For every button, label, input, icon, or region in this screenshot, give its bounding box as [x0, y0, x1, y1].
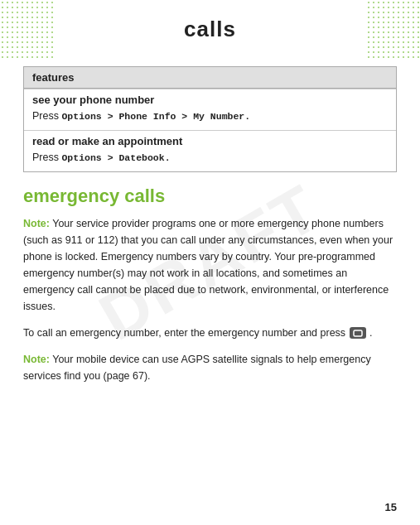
section-title-emergency: emergency calls	[23, 185, 397, 207]
svg-rect-0	[354, 330, 362, 336]
feature-body-1: Press Options > Phone Info > My Number.	[24, 108, 396, 130]
table-row: read or make an appointment Press Option…	[24, 130, 396, 171]
emergency-call-text-end: .	[369, 327, 372, 339]
table-header: features	[24, 67, 396, 89]
feature-body-2: Press Options > Datebook.	[24, 149, 396, 171]
page-number: 15	[385, 501, 397, 513]
table-row: see your phone number Press Options > Ph…	[24, 89, 396, 130]
feature-title-2: read or make an appointment	[24, 131, 396, 149]
emergency-call-text: To call an emergency number, enter the e…	[23, 327, 349, 339]
emergency-para-3: Note: Your mobile device can use AGPS sa…	[23, 351, 397, 384]
feature-title-1: see your phone number	[24, 89, 396, 108]
page-header: calls	[0, 0, 420, 58]
features-table: features see your phone number Press Opt…	[23, 66, 397, 172]
emergency-para-1: Note: Your service provider programs one…	[23, 215, 397, 315]
call-button-icon	[350, 327, 366, 339]
header-dot-pattern-left	[0, 0, 54, 58]
emergency-para-2: To call an emergency number, enter the e…	[23, 325, 397, 341]
note-label-1: Note:	[23, 218, 50, 229]
header-dot-pattern-right	[366, 0, 420, 58]
page-title: calls	[184, 17, 236, 42]
emergency-content: Note: Your service provider programs one…	[23, 215, 397, 384]
emergency-note-text-1: Your service provider programs one or mo…	[23, 218, 393, 312]
options-code-2: Options > Datebook.	[61, 152, 170, 163]
emergency-note-text-2: Your mobile device can use AGPS satellit…	[23, 354, 371, 382]
options-code-1: Options > Phone Info > My Number.	[61, 111, 250, 122]
phone-svg	[353, 330, 363, 337]
note-label-2: Note:	[23, 354, 50, 365]
